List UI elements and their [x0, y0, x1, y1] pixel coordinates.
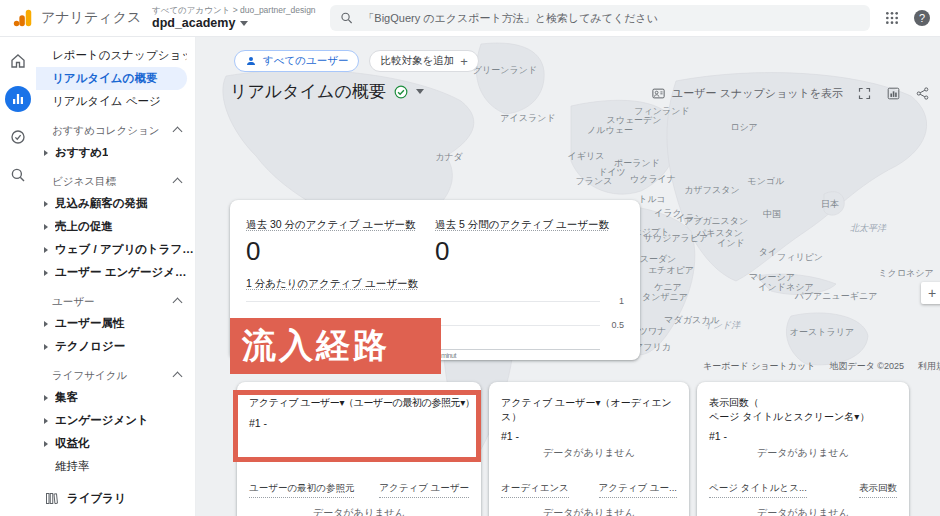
- sidebar-item[interactable]: ユーザー エンゲージメントと...: [36, 261, 195, 284]
- sidebar-item[interactable]: エンゲージメント: [36, 409, 195, 432]
- no-data-text: データがありません: [489, 506, 689, 516]
- expand-arrow-icon: [44, 395, 48, 401]
- sidebar-item[interactable]: 収益化: [36, 432, 195, 455]
- section-title-label: おすすめコレクション: [52, 124, 159, 138]
- map-country-label: イギリス: [568, 150, 605, 163]
- sidebar-section-title[interactable]: ユーザー: [36, 292, 195, 312]
- card-title-dropdown[interactable]: 表示回数（ ページ タイトルとスクリーン名▾）: [709, 396, 897, 423]
- map-country-label: サウジアラビア: [644, 232, 708, 245]
- search-icon: [340, 11, 353, 25]
- sidebar-section-title[interactable]: ビジネス目標: [36, 172, 195, 192]
- add-comparison-chip[interactable]: 比較対象を追加 +: [369, 50, 478, 72]
- first-user-source-card: アクティブ ユーザー▾（ユーザーの最初の参照元▾） #1 - ユーザーの最初の参…: [237, 382, 481, 516]
- expand-arrow-icon: [44, 224, 48, 230]
- table-header-row: オーディエンス アクティブ ユー...: [501, 482, 677, 498]
- search-input[interactable]: [361, 11, 860, 25]
- card-title-dropdown[interactable]: アクティブ ユーザー▾（オーディエンス）: [501, 396, 677, 423]
- sidebar-nav: レポートのスナップショットリアルタイムの概要リアルタイム ページおすすめコレクシ…: [36, 44, 195, 478]
- map-country-label: ウクライナ: [630, 173, 676, 186]
- sidebar-item[interactable]: リアルタイム ページ: [36, 90, 187, 113]
- sidebar-item-label: 維持率: [55, 459, 90, 474]
- chevron-up-icon: [173, 126, 183, 136]
- sidebar-item[interactable]: リアルタイムの概要: [36, 67, 187, 90]
- plus-icon: +: [460, 54, 468, 69]
- sidebar-item-label: エンゲージメント: [55, 413, 149, 428]
- data-quality-check-icon: [394, 85, 408, 99]
- sidebar-item[interactable]: おすすめ1: [36, 141, 195, 164]
- page-title-views-card: 表示回数（ ページ タイトルとスクリーン名▾） #1 - データがありません ペ…: [697, 382, 909, 516]
- per-minute-bar-chart: 1 0.5 -45 min -40 min -35 min -30 min -2…: [246, 295, 624, 353]
- library-label: ライブラリ: [67, 491, 126, 506]
- help-icon[interactable]: ?: [914, 10, 930, 26]
- search-bar[interactable]: [330, 5, 870, 31]
- ga-logo-home[interactable]: アナリティクス: [0, 7, 152, 29]
- realtime-metrics-card: 過去 30 分のアクティブ ユーザー数 0 過去 5 分間のアクティブ ユーザー…: [230, 200, 640, 360]
- column-header[interactable]: オーディエンス: [501, 482, 569, 498]
- map-country-label: 日本: [821, 198, 839, 211]
- metric-label: 過去 5 分間のアクティブ ユーザー数: [435, 218, 609, 232]
- map-country-label: アイスランド: [500, 112, 555, 125]
- rank-row: #1 -: [501, 430, 677, 442]
- y-axis-tick: 0.5: [611, 320, 624, 330]
- sidebar-item[interactable]: テクノロジー: [36, 335, 195, 358]
- per-minute-chart-label: 1 分あたりのアクティブ ユーザー数: [246, 277, 418, 291]
- advertising-button[interactable]: [5, 124, 31, 150]
- expand-arrow-icon: [44, 441, 48, 447]
- account-switcher[interactable]: すべてのアカウント > duo_partner_design dpd_acade…: [152, 5, 316, 31]
- sidebar-item[interactable]: ユーザー属性: [36, 312, 195, 335]
- sidebar-item[interactable]: レポートのスナップショット: [36, 44, 187, 67]
- chevron-up-icon: [173, 371, 183, 381]
- column-header[interactable]: アクティブ ユーザー: [379, 482, 469, 498]
- column-header[interactable]: アクティブ ユー...: [599, 482, 677, 498]
- dimension-cards-row: アクティブ ユーザー▾（ユーザーの最初の参照元▾） #1 - ユーザーの最初の参…: [237, 382, 909, 516]
- card-title-dropdown[interactable]: アクティブ ユーザー▾（ユーザーの最初の参照元▾）: [249, 396, 469, 410]
- chevron-down-icon: [240, 21, 248, 26]
- all-users-chip[interactable]: すべてのユーザー: [234, 50, 359, 72]
- expand-arrow-icon: [44, 418, 48, 424]
- chart-toggle-icon[interactable]: [886, 86, 901, 101]
- map-country-label: ミクロネシア: [878, 267, 933, 280]
- empty-state: データがありません: [697, 446, 909, 460]
- sidebar-item[interactable]: 集客: [36, 386, 195, 409]
- sidebar-section-title[interactable]: ライフサイクル: [36, 366, 195, 386]
- sidebar-item[interactable]: ウェブ / アプリのトラフィック...: [36, 238, 195, 261]
- gridline: [246, 325, 600, 326]
- sidebar-item[interactable]: 売上の促進: [36, 215, 195, 238]
- sidebar-item-library[interactable]: ライブラリ: [44, 491, 126, 506]
- title-dropdown-icon[interactable]: [416, 89, 424, 94]
- report-main: グリーンランドアイスランドノルウェースウェーデンフィンランドロシアカナダイギリス…: [196, 36, 940, 516]
- column-header[interactable]: 表示回数: [859, 482, 897, 498]
- table-header-row: ユーザーの最初の参照元 アクティブ ユーザー: [249, 482, 469, 498]
- terms-link[interactable]: 利用規約: [918, 360, 940, 373]
- no-data-text: データがありません: [237, 506, 481, 516]
- app-name: アナリティクス: [41, 9, 141, 27]
- metric-value: 0: [246, 236, 435, 267]
- user-snapshot-button[interactable]: ユーザー スナップショットを表示: [651, 86, 843, 101]
- sidebar-item-label: 売上の促進: [55, 219, 113, 234]
- sidebar-item[interactable]: 見込み顧客の発掘: [36, 192, 195, 215]
- expand-arrow-icon: [44, 321, 48, 327]
- explore-button[interactable]: [5, 162, 31, 188]
- map-data-credit: 地図データ ©2025: [829, 360, 904, 373]
- nav-rail: [0, 36, 36, 516]
- ga-realtime-page: アナリティクス すべてのアカウント > duo_partner_design d…: [0, 0, 940, 516]
- sidebar-item[interactable]: 維持率: [36, 455, 195, 478]
- reports-button[interactable]: [5, 86, 31, 112]
- map-attribution: キーボード ショートカット 地図データ ©2025 利用規約: [703, 360, 940, 373]
- metric-value: 0: [435, 236, 624, 267]
- map-country-label: フィンランド: [634, 105, 689, 118]
- section-title-label: ユーザー: [52, 295, 95, 309]
- fullscreen-icon[interactable]: [857, 86, 872, 101]
- column-header[interactable]: ユーザーの最初の参照元: [249, 482, 354, 498]
- home-button[interactable]: [5, 48, 31, 74]
- column-header[interactable]: ページ タイトルとス...: [709, 482, 807, 498]
- map-country-label: インド洋: [704, 319, 741, 332]
- property-name: dpd_academy: [152, 16, 235, 32]
- sidebar-section-title[interactable]: おすすめコレクション: [36, 121, 195, 141]
- share-icon[interactable]: [915, 86, 930, 101]
- sidebar-item-label: ユーザー エンゲージメントと...: [55, 265, 195, 280]
- apps-grid-icon[interactable]: [884, 10, 900, 26]
- keyboard-shortcuts-link[interactable]: キーボード ショートカット: [703, 360, 815, 373]
- map-country-label: オーストラリア: [790, 326, 854, 339]
- map-zoom-in-button[interactable]: +: [921, 282, 940, 304]
